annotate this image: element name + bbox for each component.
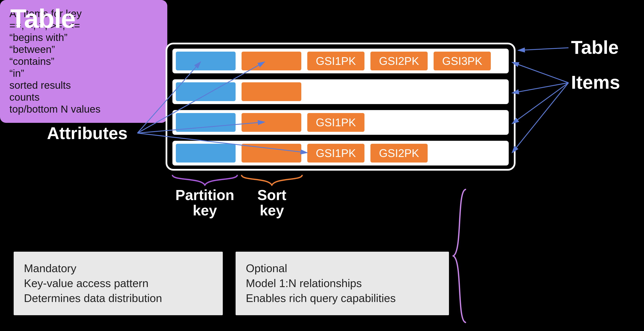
slide-title: Table	[10, 3, 75, 34]
partition-key-cell	[176, 113, 236, 132]
brace-sort-key: Sort key	[240, 174, 304, 218]
info-line: Optional	[246, 261, 439, 276]
info-line: Model 1:N relationships	[246, 276, 439, 291]
gsi-cell: GSI1PK	[307, 52, 364, 70]
item-row: GSI1PK	[172, 110, 509, 135]
info-line: “in”	[10, 67, 158, 79]
label-sort-key: Sort key	[240, 188, 304, 218]
item-row: GSI1PKGSI2PKGSI3PK	[172, 49, 509, 73]
info-line: top/bottom N values	[10, 103, 158, 115]
info-line: “contains”	[10, 55, 158, 67]
gsi-cell: GSI3PK	[434, 52, 491, 70]
sort-key-cell	[242, 113, 301, 132]
partition-key-cell	[176, 52, 236, 70]
gsi-cell: GSI1PK	[307, 144, 364, 163]
info-line: Enables rich query capabilities	[246, 291, 439, 306]
info-line: counts	[10, 91, 158, 103]
item-row: GSI1PKGSI2PK	[172, 141, 509, 165]
info-line: “between”	[10, 43, 158, 55]
brace-query-capabilities	[452, 188, 468, 326]
info-line: sorted results	[10, 79, 158, 91]
label-attributes: Attributes	[47, 124, 128, 143]
info-line: Key-value access pattern	[24, 276, 212, 291]
svg-line-6	[512, 83, 568, 93]
info-line: Determines data distribution	[24, 291, 212, 306]
sort-key-cell	[242, 144, 301, 163]
table-frame: GSI1PKGSI2PKGSI3PKGSI1PKGSI1PKGSI2PK	[166, 43, 516, 171]
svg-line-5	[512, 62, 568, 83]
svg-line-4	[518, 48, 568, 50]
svg-line-8	[512, 83, 568, 153]
gsi-cell: GSI2PK	[370, 52, 428, 70]
sort-key-cell	[242, 82, 301, 101]
info-line: Mandatory	[24, 261, 212, 276]
sort-key-cell	[242, 52, 301, 70]
partition-key-cell	[176, 82, 236, 101]
label-table: Table	[571, 37, 618, 58]
svg-line-7	[512, 83, 568, 124]
label-items: Items	[571, 72, 620, 93]
gsi-cell: GSI2PK	[370, 144, 428, 163]
label-partition-key: Partition key	[171, 188, 239, 218]
brace-partition-key: Partition key	[171, 174, 239, 218]
info-box-sort-key: OptionalModel 1:N relationshipsEnables r…	[236, 252, 449, 316]
partition-key-cell	[176, 144, 236, 163]
info-box-partition-key: MandatoryKey-value access patternDetermi…	[14, 252, 223, 316]
gsi-cell: GSI1PK	[307, 113, 364, 132]
item-row	[172, 79, 509, 104]
